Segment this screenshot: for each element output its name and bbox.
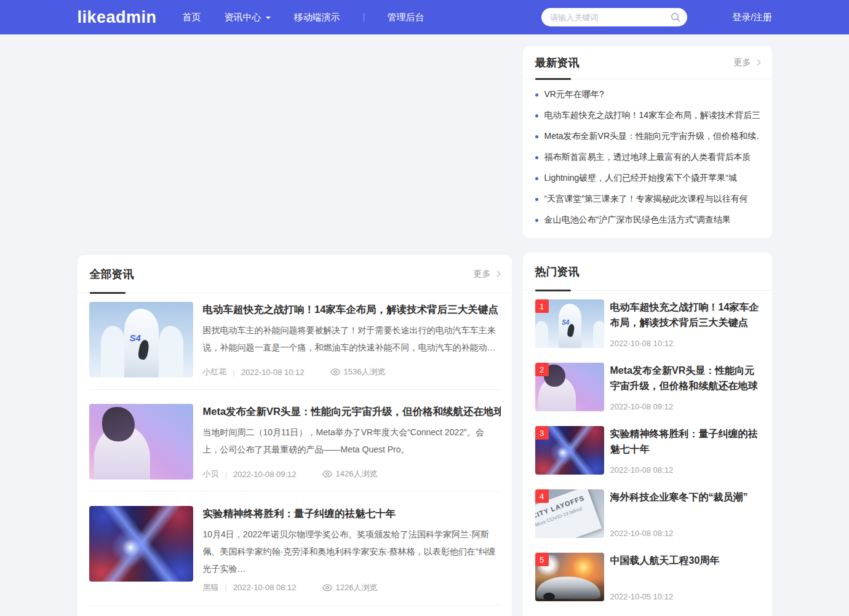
article-card[interactable]: CITY LAYOFFS More COVID-19 fallout 海外科技企… [78,606,512,616]
hot-item-body: 实验精神终将胜利：量子纠缠的祛魅七十年 2022-10-08 08:12 [610,426,760,475]
all-news-more-link[interactable]: 更多 [474,269,500,280]
chevron-down-icon [266,17,271,22]
rank-badge: 1 [535,299,549,313]
hot-item-body: 中国载人航天工程30周年 2022-10-05 10:12 [610,553,760,601]
article-views: 1536人浏览 [330,366,386,377]
latest-news-item-text: VR元年在哪年? [544,89,604,100]
latest-news-item[interactable]: 金山电池公布“沪广深市民绿色生活方式”调查结果 [535,210,760,231]
rank-badge: 5 [535,553,549,566]
bullet-dot [535,135,538,138]
article-thumbnail-ev-charging: S4 [89,302,193,377]
latest-news-item-text: 电动车超快充之战打响！14家车企布局，解读技术背后三… [544,110,760,121]
article-title[interactable]: 实验精神终将胜利：量子纠缠的祛魅七十年 [203,507,501,520]
nav-item-mobile-demo[interactable]: 移动端演示 [294,12,340,23]
hot-item-date: 2022-10-05 10:12 [610,592,760,601]
hot-thumbnail-vr-headset: 2 [535,363,604,411]
article-date: 2022-10-08 10:12 [241,368,305,377]
latest-news-list: VR元年在哪年? 电动车超快充之战打响！14家车企布局，解读技术背后三… Met… [523,84,772,231]
latest-news-item[interactable]: “天宫课堂”第三课来了！专家揭秘此次课程与以往有何 [535,189,760,210]
article-body: Meta发布全新VR头显：性能向元宇宙升级，但价格和续航还在地球 当地时间周二（… [203,404,501,480]
nav-item-home[interactable]: 首页 [183,12,201,23]
meta-divider: | [225,470,227,479]
article-date: 2022-10-08 09:12 [233,470,297,479]
rank-badge: 2 [535,363,549,376]
hot-item-date: 2022-10-08 08:12 [610,529,760,538]
search-box[interactable] [541,8,687,26]
article-card[interactable]: 实验精神终将胜利：量子纠缠的祛魅七十年 10月4日，2022年诺贝尔物理学奖公布… [78,492,512,605]
hot-item-body: 电动车超快充之战打响！14家车企布局，解读技术背后三大关键点 2022-10-0… [610,299,760,348]
meta-divider: | [225,583,227,592]
main-content: 全部资讯 更多 S4 电动车超快充之战打响！14家车企布局，解读技术背后三大关键… [78,34,772,616]
article-thumbnail-vr-headset [89,404,193,480]
latest-news-more-link[interactable]: 更多 [734,57,760,68]
hot-item-title[interactable]: 海外科技企业寒冬下的“裁员潮” [610,489,760,505]
search-input[interactable] [541,8,687,26]
nav-divider [364,13,364,22]
bullet-dot [535,93,538,97]
article-body: 实验精神终将胜利：量子纠缠的祛魅七十年 10月4日，2022年诺贝尔物理学奖公布… [203,506,501,593]
bullet-dot [535,114,538,117]
hot-news-item[interactable]: 3 实验精神终将胜利：量子纠缠的祛魅七十年 2022-10-08 08:12 [535,426,760,475]
latest-news-item[interactable]: 福布斯首富易主，透过地球上最富有的人类看背后本质 [535,147,760,168]
navbar-inner: likeadmin 首页 资讯中心 移动端演示 管理后台 登录/注册 [78,0,772,34]
search-icon[interactable] [670,12,681,23]
article-meta: 黑猫 | 2022-10-08 08:12 1226人浏览 [203,577,501,593]
eye-icon [330,368,340,376]
all-news-panel: 全部资讯 更多 S4 电动车超快充之战打响！14家车企布局，解读技术背后三大关键… [78,255,512,616]
left-column: 全部资讯 更多 S4 电动车超快充之战打响！14家车企布局，解读技术背后三大关键… [78,34,512,616]
hot-news-item[interactable]: 1 S4 电动车超快充之战打响！14家车企布局，解读技术背后三大关键点 2022… [535,299,760,348]
hot-item-title[interactable]: Meta发布全新VR头显：性能向元宇宙升级，但价格和续航还在地球 [610,363,760,393]
article-author: 黑猫 [203,582,219,593]
logo[interactable]: likeadmin [78,8,157,27]
bullet-dot [535,156,538,159]
hot-item-title[interactable]: 中国载人航天工程30周年 [610,553,760,568]
hot-item-date: 2022-10-08 08:12 [610,465,760,475]
meta-divider: | [233,368,235,377]
chevron-right-icon [494,271,500,277]
hot-item-title[interactable]: 实验精神终将胜利：量子纠缠的祛魅七十年 [610,426,760,457]
latest-news-item[interactable]: Lightning破壁，人们已经开始搜索下个撬开苹果“城 [535,168,760,189]
latest-news-item-text: “天宫课堂”第三课来了！专家揭秘此次课程与以往有何 [544,194,748,205]
hot-news-panel-header: 热门资讯 [523,253,772,291]
latest-news-item[interactable]: VR元年在哪年? [535,84,760,105]
bullet-dot [535,198,538,201]
hot-news-item[interactable]: 2 Meta发布全新VR头显：性能向元宇宙升级，但价格和续航还在地球 2022-… [535,363,760,411]
nav-item-news-center[interactable]: 资讯中心 [225,12,271,23]
article-views-count: 1536人浏览 [344,366,386,377]
bullet-dot [535,219,538,222]
latest-news-item[interactable]: 电动车超快充之战打响！14家车企布局，解读技术背后三… [535,105,760,126]
latest-news-item-text: Meta发布全新VR头显：性能向元宇宙升级，但价格和续…还 [544,131,760,142]
eye-icon [322,584,332,591]
article-views-count: 1226人浏览 [336,582,378,593]
login-register-link[interactable]: 登录/注册 [732,12,771,23]
article-thumbnail-quantum [89,506,193,582]
hot-news-item[interactable]: 5 中国载人航天工程30周年 2022-10-05 10:12 [535,553,760,601]
article-card[interactable]: Meta发布全新VR头显：性能向元宇宙升级，但价格和续航还在地球 当地时间周二（… [78,390,512,491]
latest-news-item[interactable]: Meta发布全新VR头显：性能向元宇宙升级，但价格和续…还 [535,126,760,147]
bullet-dot [535,177,538,180]
hot-news-title: 热门资讯 [535,264,580,279]
article-summary: 10月4日，2022年诺贝尔物理学奖公布。奖项颁发给了法国科学家阿兰·阿斯佩、美… [203,526,501,577]
rank-badge: 3 [535,426,549,440]
hot-thumbnail-ev-charging: 1 S4 [535,299,604,348]
article-views: 1426人浏览 [322,468,378,480]
article-body: 电动车超快充之战打响！14家车企布局，解读技术背后三大关键点 困扰电动车主的补能… [203,302,501,377]
hot-thumbnail-quantum: 3 [535,426,604,475]
hot-news-item[interactable]: 4 CITY LAYOFFS More COVID-19 fallout 海外科… [535,489,760,538]
article-author: 小贝 [203,468,219,480]
article-card[interactable]: S4 电动车超快充之战打响！14家车企布局，解读技术背后三大关键点 困扰电动车主… [78,293,512,389]
hot-item-title[interactable]: 电动车超快充之战打响！14家车企布局，解读技术背后三大关键点 [610,299,760,330]
article-title[interactable]: Meta发布全新VR头显：性能向元宇宙升级，但价格和续航还在地球 [203,405,501,418]
article-views: 1226人浏览 [322,582,378,593]
latest-news-title: 最新资讯 [535,55,580,70]
hot-thumbnail-car-sunset: 5 [535,553,604,601]
top-navbar: likeadmin 首页 资讯中心 移动端演示 管理后台 登录/注册 [0,0,849,34]
article-title[interactable]: 电动车超快充之战打响！14家车企布局，解读技术背后三大关键点 [203,303,501,316]
latest-news-item-text: 金山电池公布“沪广深市民绿色生活方式”调查结果 [544,215,731,226]
latest-news-item-text: Lightning破壁，人们已经开始搜索下个撬开苹果“城 [544,173,738,184]
article-date: 2022-10-08 08:12 [233,583,297,592]
nav-item-admin-backend[interactable]: 管理后台 [388,12,424,23]
hot-item-date: 2022-10-08 09:12 [610,402,760,411]
article-meta: 小红花 | 2022-10-08 10:12 1536人浏览 [203,361,501,377]
article-summary: 当地时间周二（10月11日），Meta举办了VR年度大会“Connect 202… [203,424,501,458]
